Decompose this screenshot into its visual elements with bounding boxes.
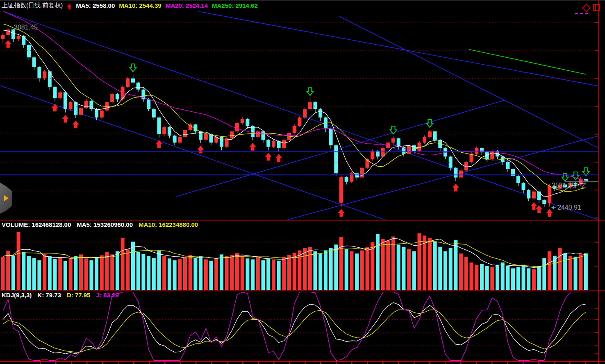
kdj-pane-header: KDJ(9,3,3) K: 79.73 D: 77.95 J: 83.29 — [2, 292, 119, 298]
kdj-name[interactable]: KDJ(9,3,3) — [2, 292, 32, 298]
d-readout: D: 77.95 — [67, 292, 91, 298]
buy-signal-icon — [67, 4, 72, 7]
split-window-icon[interactable] — [593, 4, 600, 11]
j-readout: J: 83.29 — [96, 292, 118, 298]
ma10-readout: MA10: 2544.39 — [119, 2, 161, 9]
volume-pane-header: VOLUME: 162468128.00 MA5: 153260960.00 M… — [2, 221, 198, 228]
k-readout: K: 79.73 — [37, 292, 61, 298]
stock-chart-app: 上证指数(日线.前复权) MA5: 2558.00 MA10: 2544.39 … — [0, 0, 605, 364]
volume-readout: VOLUME: 162468128.00 — [2, 221, 71, 228]
main-chart-header: 上证指数(日线.前复权) MA5: 2558.00 MA10: 2544.39 … — [2, 2, 258, 9]
ma250-readout: MA250: 2914.62 — [212, 2, 258, 9]
last-price-label: 2531.35 - 2 — [552, 182, 585, 189]
instrument-title[interactable]: 上证指数(日线.前复权) — [2, 2, 63, 9]
more-options-icon[interactable] — [575, 13, 588, 14]
ma20-readout: MA20: 2524.14 — [166, 2, 208, 9]
low-price-label: 2440.91 — [557, 204, 581, 211]
volume-ma5-readout: MA5: 153260960.00 — [77, 221, 133, 228]
chart-canvas[interactable] — [0, 0, 605, 364]
expand-arrow-icon — [4, 195, 9, 201]
high-price-label: 3081.45 — [14, 24, 38, 31]
chart-toolbar — [568, 3, 601, 16]
volume-ma10-readout: MA10: 162234880.00 — [139, 221, 198, 228]
diamond-tool-icon[interactable] — [582, 4, 591, 12]
ma5-readout: MA5: 2558.00 — [76, 2, 115, 9]
